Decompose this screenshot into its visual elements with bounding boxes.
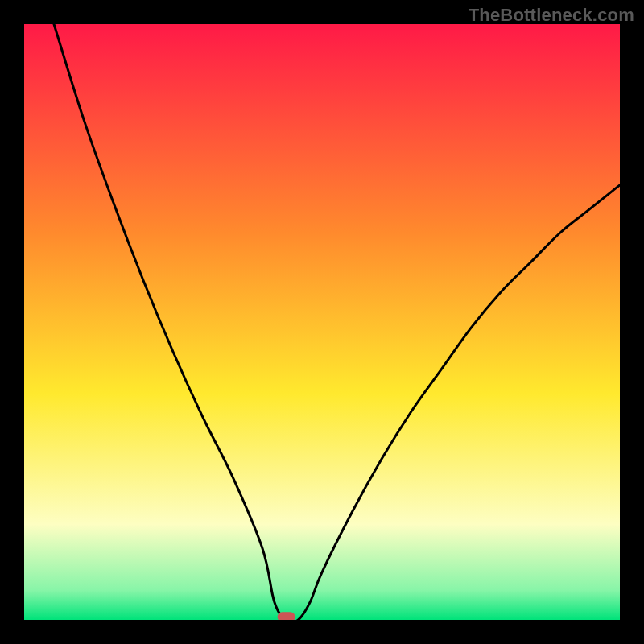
gradient-background <box>24 24 620 620</box>
watermark-text: TheBottleneck.com <box>469 5 634 26</box>
plot-area <box>24 24 620 620</box>
plot-svg <box>24 24 620 620</box>
chart-frame: TheBottleneck.com <box>0 0 644 644</box>
optimal-marker <box>278 612 295 620</box>
